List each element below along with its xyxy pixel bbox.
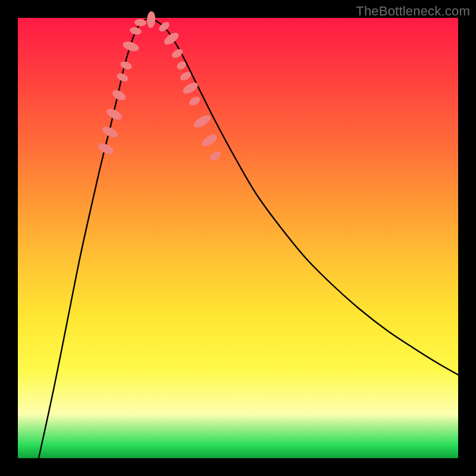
curve-marker	[170, 48, 184, 60]
watermark-text: TheBottleneck.com	[356, 4, 470, 19]
curve-svg	[18, 18, 458, 458]
plot-area	[18, 18, 458, 458]
curve-marker	[181, 80, 199, 96]
curve-marker	[200, 132, 218, 148]
curve-marker	[208, 149, 222, 162]
curve-marker	[192, 113, 213, 130]
bottleneck-curve	[39, 18, 458, 458]
marker-layer	[96, 11, 222, 162]
curve-marker	[162, 30, 181, 47]
curve-marker	[187, 95, 201, 107]
curve-marker	[146, 11, 155, 29]
chart-frame: TheBottleneck.com	[0, 0, 476, 476]
curve-marker	[129, 26, 142, 36]
